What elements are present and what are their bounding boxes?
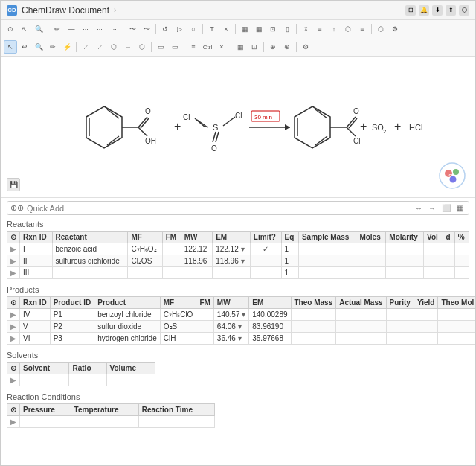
- products-th-rxnid[interactable]: Rxn ID: [20, 297, 51, 309]
- r3-expand[interactable]: ▶: [7, 267, 20, 279]
- tb-cross-btn[interactable]: ☓: [299, 22, 312, 36]
- reactants-th-em[interactable]: EM: [213, 232, 251, 243]
- tb2-arrow-btn[interactable]: →: [121, 40, 135, 54]
- tb-dots2-btn[interactable]: ···: [93, 22, 106, 36]
- tb2-ctrl-btn[interactable]: Ctrl: [201, 40, 214, 54]
- tb-rect-btn[interactable]: ▯: [280, 22, 294, 36]
- window-btn-2[interactable]: 🔔: [419, 5, 429, 16]
- window-btn-1[interactable]: ⊞: [405, 5, 416, 16]
- svg-text:OH: OH: [145, 137, 156, 145]
- reactants-th-rxnid[interactable]: Rxn ID: [20, 232, 53, 243]
- reactants-th-eq[interactable]: Eq: [281, 232, 298, 243]
- tb2-rect2-btn[interactable]: ▭: [168, 40, 181, 54]
- solvents-th-ratio[interactable]: Ratio: [69, 363, 106, 374]
- tb2-edit-btn[interactable]: ✏: [46, 40, 60, 54]
- products-th-mf[interactable]: MF: [160, 297, 196, 309]
- r2-expand[interactable]: ▶: [7, 255, 20, 267]
- r1-expand[interactable]: ▶: [7, 243, 20, 255]
- tb-arrow-btn[interactable]: ↖: [18, 22, 31, 36]
- qa-box-btn[interactable]: ⬜: [440, 203, 453, 213]
- tb-rotate-btn[interactable]: ↺: [158, 22, 172, 36]
- products-th-theomol[interactable]: Theo Mol: [438, 297, 475, 309]
- p1-expand[interactable]: ▶: [7, 309, 20, 321]
- tb2-undo-btn[interactable]: ↩: [18, 40, 31, 54]
- solvents-th-volume[interactable]: Volume: [106, 363, 155, 374]
- tb-wave1-btn[interactable]: 〜: [126, 22, 139, 36]
- solvents-th-solvent[interactable]: Solvent: [20, 363, 69, 374]
- tb2-zoom2-btn[interactable]: 🔍: [32, 40, 45, 54]
- reactants-th-d[interactable]: d: [443, 232, 454, 243]
- products-th-theomass[interactable]: Theo Mass: [291, 297, 336, 309]
- products-th-product[interactable]: Product: [94, 297, 161, 309]
- tb-pen-btn[interactable]: ✏: [51, 22, 64, 36]
- save-icon-btn[interactable]: 💾: [7, 178, 20, 191]
- rc-th-temp[interactable]: Temperature: [71, 404, 138, 416]
- tb2-select-btn[interactable]: ↖: [4, 40, 17, 54]
- qa-swap-btn[interactable]: ↔: [413, 203, 425, 213]
- tb2-plus1-btn[interactable]: ⊕: [266, 40, 280, 54]
- tb-select-btn[interactable]: ⊙: [4, 22, 17, 36]
- reactants-th-mw[interactable]: MW: [181, 232, 212, 243]
- products-th-productid[interactable]: Product ID: [50, 297, 94, 309]
- tb2-slash2-btn[interactable]: ⟋: [93, 40, 106, 54]
- tb2-gear-btn[interactable]: ⚙: [299, 40, 312, 54]
- tb2-x2-btn[interactable]: ×: [215, 40, 228, 54]
- reactants-th-vol[interactable]: Vol: [424, 232, 443, 243]
- tb-grid1-btn[interactable]: ▦: [238, 22, 251, 36]
- p3-expand[interactable]: ▶: [7, 333, 20, 345]
- tb2-plus2-btn[interactable]: ⊕: [280, 40, 294, 54]
- tb-text-btn[interactable]: T: [205, 22, 219, 36]
- tb-zoom-btn[interactable]: 🔍: [32, 22, 45, 36]
- tb-x-btn[interactable]: ×: [219, 22, 233, 36]
- qa-arrow-btn[interactable]: →: [426, 203, 438, 213]
- rc1-expand[interactable]: ▶: [7, 416, 20, 428]
- p2-expand[interactable]: ▶: [7, 321, 20, 333]
- tb2-hex3-btn[interactable]: ⬡: [135, 40, 149, 54]
- reactants-th-limit[interactable]: Limit?: [250, 232, 281, 243]
- tb-circle-btn[interactable]: ○: [187, 22, 200, 36]
- tb2-grid4-btn[interactable]: ▦: [234, 40, 247, 54]
- reactants-th-reactant[interactable]: Reactant: [52, 232, 128, 243]
- tb-lines-btn[interactable]: ≡: [356, 22, 369, 36]
- tb-wave2-btn[interactable]: 〜: [140, 22, 153, 36]
- reactants-th-fm[interactable]: FM: [162, 232, 181, 243]
- tb-up-btn[interactable]: ↑: [327, 22, 341, 36]
- tb2-slash1-btn[interactable]: ⟋: [79, 40, 92, 54]
- tb-upload-btn[interactable]: ⬡: [374, 22, 387, 36]
- tb2-grid5-btn[interactable]: ⊡: [248, 40, 261, 54]
- products-th-mw[interactable]: MW: [213, 297, 248, 309]
- reactants-th-samplemass[interactable]: Sample Mass: [298, 232, 356, 243]
- tb-grid2-btn[interactable]: ▦: [252, 22, 266, 36]
- tb2-menu2-btn[interactable]: ≡: [187, 40, 200, 54]
- p2-mf: O₂S: [160, 321, 196, 333]
- window-btn-3[interactable]: ⬇: [432, 5, 443, 16]
- s1-expand[interactable]: ▶: [7, 374, 20, 386]
- tb2-lightning-btn[interactable]: ⚡: [60, 40, 74, 54]
- rc-th-rxntime[interactable]: Reaction Time: [138, 404, 214, 416]
- reactants-th-molarity[interactable]: Molarity: [386, 232, 424, 243]
- tb2-hex2-btn[interactable]: ⬡: [107, 40, 120, 54]
- bottom-panel[interactable]: ⊕⊕ ↔ → ⬜ ▦ Reactants ⊙ Rxn ID Reactant: [1, 198, 475, 465]
- tb-line1-btn[interactable]: —: [65, 22, 78, 36]
- products-th-purity[interactable]: Purity: [386, 297, 414, 309]
- products-th-actualmass[interactable]: Actual Mass: [336, 297, 386, 309]
- tb-dots1-btn[interactable]: ···: [79, 22, 92, 36]
- rc-th-pressure[interactable]: Pressure: [20, 404, 71, 416]
- reactants-th-mf[interactable]: MF: [128, 232, 162, 243]
- window-btn-4[interactable]: ⬆: [446, 5, 456, 16]
- tb-settings-btn[interactable]: ⚙: [388, 22, 402, 36]
- qa-grid-btn[interactable]: ▦: [454, 203, 466, 213]
- tb-dots3-btn[interactable]: ···: [107, 22, 120, 36]
- products-th-em[interactable]: EM: [249, 297, 291, 309]
- tb-grid3-btn[interactable]: ⊡: [266, 22, 280, 36]
- tb-hex-btn[interactable]: ⬡: [341, 22, 355, 36]
- reactants-th-pct[interactable]: %: [454, 232, 469, 243]
- tb-play-btn[interactable]: ▷: [173, 22, 186, 36]
- products-th-yield[interactable]: Yield: [414, 297, 438, 309]
- quick-add-input[interactable]: [27, 204, 410, 213]
- tb2-rect-btn[interactable]: ▭: [154, 40, 167, 54]
- window-btn-5[interactable]: ⬡: [459, 5, 469, 16]
- products-th-fm[interactable]: FM: [196, 297, 213, 309]
- tb-menu-btn[interactable]: ≡: [313, 22, 327, 36]
- reactants-th-moles[interactable]: Moles: [356, 232, 386, 243]
